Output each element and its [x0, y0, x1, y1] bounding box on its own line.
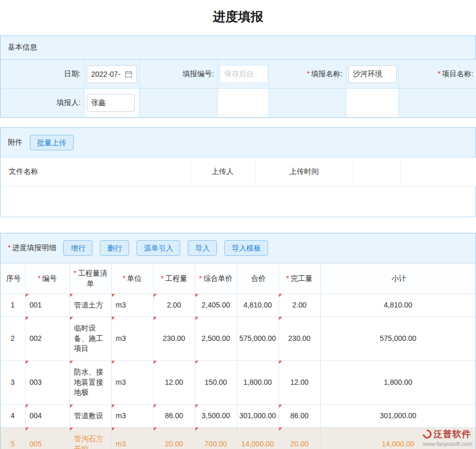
cell-unit[interactable]: m3 [111, 317, 153, 361]
cell-seq: 4 [1, 404, 25, 428]
fanpu-logo-icon [421, 428, 433, 441]
empty-cell [398, 89, 476, 117]
source-import-button[interactable]: 源单引入 [136, 240, 180, 256]
cell-quantity[interactable]: 230.00 [153, 317, 195, 361]
attachments-empty-body [1, 186, 475, 217]
report-no-input: 保存后自 [220, 65, 268, 83]
cell-seq: 2 [1, 317, 25, 361]
report-no-label: 填报编号: [139, 60, 217, 89]
cell-code[interactable]: 004 [25, 404, 69, 428]
cell-unit-price[interactable]: 2,500.00 [195, 317, 237, 361]
required-asterisk: * [8, 243, 10, 252]
attach-col-empty [400, 158, 476, 186]
basic-info-form: 日期: 2022-07- 填报编 [1, 60, 476, 117]
cell-completed[interactable]: 230.00 [278, 317, 320, 361]
cell-code[interactable]: 001 [25, 293, 69, 317]
cell-boq[interactable]: 管道敷设 [69, 404, 111, 428]
cell-seq: 1 [1, 293, 25, 317]
attachments-header: 附件 批量上传 [1, 128, 475, 158]
empty-cell [217, 89, 269, 117]
detail-row: 1 001 管道土方 m3 2.00 2,405.00 4,810.00 2.0… [1, 293, 475, 317]
attachments-title: 附件 [8, 138, 22, 147]
attach-col-file-name: 文件名称 [1, 158, 190, 186]
cell-code[interactable]: 002 [25, 317, 69, 361]
batch-upload-button[interactable]: 批量上传 [30, 135, 74, 150]
cell-unit-price[interactable]: 700.00 [195, 428, 237, 449]
cell-unit[interactable]: m3 [111, 404, 153, 428]
detail-row: 4 004 管道敷设 m3 86.00 3,500.00 301,000.00 … [1, 404, 475, 428]
report-name-label: *填报名称: [269, 60, 346, 89]
empty-cell [269, 89, 346, 117]
col-unit: *单位 [111, 264, 153, 294]
attach-col-uploader: 上传人 [190, 158, 255, 186]
details-header-row: 序号 *编号 *工程量清单 *单位 *工程量 *综合单价 合价 *完工量 小计 [1, 264, 475, 294]
required-asterisk: * [438, 69, 440, 78]
cell-quantity[interactable]: 20.00 [153, 428, 195, 449]
import-button[interactable]: 导入 [188, 240, 217, 256]
cell-subtotal: 575,000.00 [320, 317, 475, 361]
required-asterisk: * [307, 69, 309, 78]
cell-total-price: 575,000.00 [237, 317, 278, 361]
detail-row-selected: 5 005 管沟石方开挖 m3 20.00 700.00 14,000.00 2… [1, 428, 475, 449]
date-input[interactable]: 2022-07- [87, 65, 137, 83]
cell-quantity[interactable]: 86.00 [153, 404, 195, 428]
col-seq: 序号 [1, 264, 25, 294]
cell-unit[interactable]: m3 [111, 293, 153, 317]
basic-info-title: 基本信息 [8, 43, 37, 52]
col-code: *编号 [25, 264, 69, 294]
cell-unit-price[interactable]: 2,405.00 [195, 293, 237, 317]
watermark: 泛普软件 www.fanpusoft.com [423, 428, 473, 447]
cell-completed[interactable]: 20.00 [278, 428, 320, 449]
details-header: *进度填报明细 增行 删行 源单引入 导入 导入模板 [1, 233, 475, 263]
col-total-price: 合价 [237, 264, 278, 294]
add-row-button[interactable]: 增行 [63, 240, 92, 256]
basic-info-section: 基本信息 日期: 2022-07- [0, 36, 476, 118]
cell-seq: 5 [1, 428, 25, 449]
details-title: *进度填报明细 [8, 243, 56, 253]
filler-input[interactable]: 张鑫 [87, 94, 135, 112]
cell-code[interactable]: 003 [25, 360, 69, 404]
col-quantity: *工程量 [153, 264, 195, 294]
cell-quantity[interactable]: 2.00 [153, 293, 195, 317]
cell-boq[interactable]: 管道土方 [69, 293, 111, 317]
cell-unit[interactable]: m3 [111, 360, 153, 404]
cell-boq[interactable]: 临时设备、施工项目 [69, 317, 111, 361]
date-label: 日期: [1, 60, 84, 89]
cell-completed[interactable]: 86.00 [278, 404, 320, 428]
detail-row: 2 002 临时设备、施工项目 m3 230.00 2,500.00 575,0… [1, 317, 475, 361]
cell-completed[interactable]: 12.00 [278, 360, 320, 404]
cell-subtotal: 301,000.00 [320, 404, 475, 428]
watermark-site: www.fanpusoft.com [423, 441, 473, 447]
project-name-label: *项目名称: [398, 60, 476, 89]
cell-total-price: 1,800.00 [237, 360, 278, 404]
calendar-icon[interactable] [125, 70, 132, 78]
cell-total-price: 4,810.00 [237, 293, 278, 317]
attachments-table: 文件名称 上传人 上传时间 [1, 158, 476, 186]
report-name-input[interactable]: 沙河环境 [349, 65, 397, 83]
import-template-button[interactable]: 导入模板 [224, 240, 268, 256]
watermark-brand: 泛普软件 [434, 428, 471, 440]
cell-quantity[interactable]: 12.00 [153, 360, 195, 404]
empty-cell [346, 89, 398, 117]
attach-col-upload-time: 上传时间 [255, 158, 353, 186]
cell-completed[interactable]: 2.00 [278, 293, 320, 317]
details-table: 序号 *编号 *工程量清单 *单位 *工程量 *综合单价 合价 *完工量 小计 … [1, 263, 475, 449]
cell-total-price: 14,000.00 [237, 428, 278, 449]
cell-unit[interactable]: m3 [111, 428, 153, 449]
cell-total-price: 301,000.00 [237, 404, 278, 428]
empty-cell [139, 89, 217, 117]
basic-info-header: 基本信息 [1, 36, 475, 60]
cell-boq[interactable]: 防水、接地装置接地极 [69, 360, 111, 404]
cell-unit-price[interactable]: 150.00 [195, 360, 237, 404]
page: 进度填报 基本信息 日期: 2022-07- [0, 0, 476, 449]
col-boq: *工程量清单 [69, 264, 111, 294]
details-section: *进度填报明细 增行 删行 源单引入 导入 导入模板 序号 *编号 *工程量清单… [0, 233, 476, 449]
cell-code[interactable]: 005 [25, 428, 69, 449]
attach-col-empty [353, 158, 400, 186]
detail-row: 3 003 防水、接地装置接地极 m3 12.00 150.00 1,800.0… [1, 360, 475, 404]
col-subtotal: 小计 [320, 264, 475, 294]
page-title: 进度填报 [0, 0, 476, 36]
cell-unit-price[interactable]: 3,500.00 [195, 404, 237, 428]
cell-boq[interactable]: 管沟石方开挖 [69, 428, 111, 449]
delete-row-button[interactable]: 删行 [100, 240, 129, 256]
